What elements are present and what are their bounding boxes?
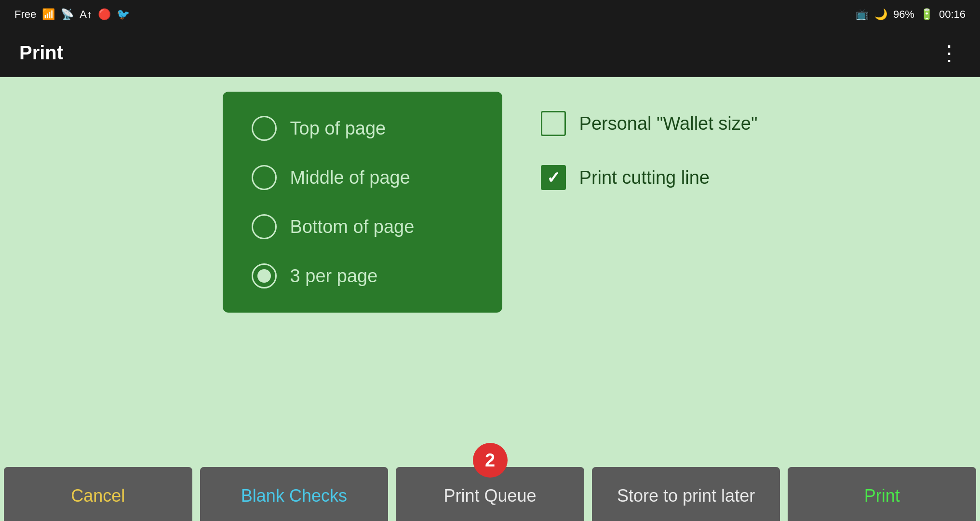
wifi-icon: 📡	[61, 8, 74, 21]
checkbox-label-cutting: Print cutting line	[579, 167, 710, 188]
cancel-button[interactable]: Cancel	[4, 467, 192, 521]
blank-checks-button[interactable]: Blank Checks	[200, 467, 389, 521]
status-bar: Free 📶 📡 A↑ 🔴 🐦 📺 🌙 96% 🔋 00:16	[0, 0, 980, 29]
radio-label-middle: Middle of page	[290, 167, 410, 188]
radio-option-top[interactable]: Top of page	[252, 116, 473, 141]
radio-option-middle[interactable]: Middle of page	[252, 165, 473, 190]
moon-icon: 🌙	[874, 8, 887, 21]
radio-label-bottom: Bottom of page	[290, 217, 415, 237]
checkbox-wallet[interactable]: Personal "Wallet size"	[541, 111, 758, 136]
checkbox-label-wallet: Personal "Wallet size"	[579, 113, 758, 134]
checkbox-box-cutting	[541, 165, 566, 190]
checkbox-cutting[interactable]: Print cutting line	[541, 165, 758, 190]
status-right: 📺 🌙 96% 🔋 00:16	[856, 8, 966, 21]
radio-circle-three-per-page	[252, 263, 277, 288]
font-icon: A↑	[80, 8, 92, 21]
radio-circle-top	[252, 116, 277, 141]
battery-icon: 🔋	[920, 8, 933, 21]
radio-label-top: Top of page	[290, 118, 386, 139]
radio-option-bottom[interactable]: Bottom of page	[252, 214, 473, 239]
radio-panel: Top of page Middle of page Bottom of pag…	[223, 92, 502, 313]
battery-text: 96%	[893, 8, 914, 21]
app-icon-1: 🔴	[98, 8, 111, 21]
page-title: Print	[19, 42, 63, 64]
checkbox-box-wallet	[541, 111, 566, 136]
store-to-print-later-button[interactable]: Store to print later	[592, 467, 780, 521]
notification-badge: 2	[473, 443, 508, 478]
carrier-text: Free	[14, 8, 36, 21]
title-bar: Print ⋮	[0, 29, 980, 77]
more-options-button[interactable]: ⋮	[939, 41, 961, 65]
cast-icon: 📺	[856, 8, 869, 21]
app-icon-2: 🐦	[117, 8, 130, 21]
time-text: 00:16	[939, 8, 966, 21]
checkbox-panel: Personal "Wallet size" Print cutting lin…	[541, 92, 758, 190]
radio-label-three-per-page: 3 per page	[290, 266, 378, 287]
status-left: Free 📶 📡 A↑ 🔴 🐦	[14, 8, 130, 21]
radio-option-three-per-page[interactable]: 3 per page	[252, 263, 473, 288]
print-button[interactable]: Print	[788, 467, 976, 521]
main-content: Top of page Middle of page Bottom of pag…	[0, 77, 980, 521]
radio-circle-bottom	[252, 214, 277, 239]
radio-circle-middle	[252, 165, 277, 190]
signal-icon: 📶	[42, 8, 55, 21]
